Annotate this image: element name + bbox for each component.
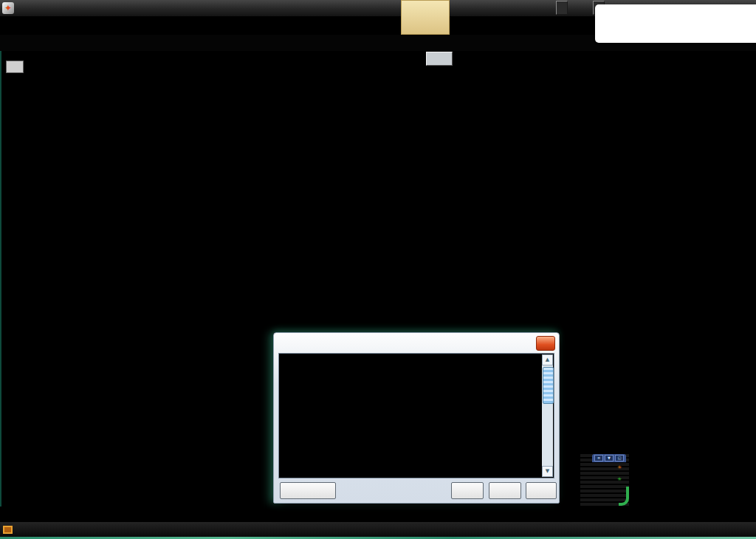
spinner-icon: ✳ <box>618 463 622 470</box>
dialog-scrollbar[interactable]: ▲ ▼ <box>542 354 553 477</box>
mini-down-icon[interactable]: ▼ <box>605 455 614 461</box>
flash-hand-button[interactable] <box>556 1 568 15</box>
dialog-close-icon[interactable] <box>536 336 555 351</box>
header-corner <box>743 51 756 81</box>
scroll-down-icon[interactable]: ▼ <box>542 466 553 477</box>
watermark-box <box>595 4 756 43</box>
header-group-day <box>252 51 506 66</box>
close-alert-button[interactable] <box>280 482 336 499</box>
header-group-5min <box>506 51 743 66</box>
operate-button[interactable] <box>451 482 484 499</box>
spinner-green-icon: ✳ <box>618 475 622 482</box>
header-chg[interactable] <box>137 51 175 81</box>
header-turnover[interactable] <box>213 51 252 81</box>
alert-list: ▲ ▼ <box>278 353 554 478</box>
header-code[interactable] <box>30 51 74 81</box>
mini-restore-icon[interactable]: ◱ <box>615 455 624 461</box>
scrollbar-thumb[interactable] <box>543 367 554 404</box>
stock-pool-dropdown[interactable] <box>401 0 450 35</box>
scroll-up-icon[interactable]: ▲ <box>542 354 553 365</box>
header-filter-cell <box>0 51 30 81</box>
alert-dialog: ▲ ▼ <box>273 332 560 504</box>
mini-widget-corner <box>619 487 629 506</box>
status-bar <box>0 522 756 537</box>
status-window-icon[interactable] <box>3 526 13 534</box>
app-icon: ✦ <box>2 2 14 14</box>
mini-value-1: ✳ <box>618 473 622 483</box>
app-window: ✦ ▲ ▼ <box>0 0 756 539</box>
mini-menu-icon[interactable]: ≡ <box>594 455 603 461</box>
header-price[interactable] <box>175 51 213 81</box>
header-name[interactable] <box>74 51 137 81</box>
left-border <box>0 51 1 507</box>
note-button[interactable] <box>426 52 453 66</box>
settings-button[interactable] <box>526 482 557 499</box>
table-header <box>0 51 756 81</box>
filter-dropdown-icon[interactable] <box>6 61 24 73</box>
mini-widget-header: ≡ ▼ ◱ <box>592 454 626 462</box>
mini-alert-widget[interactable]: ≡ ▼ ◱ ✳ ✳ <box>580 454 629 506</box>
analyze-button[interactable] <box>489 482 521 499</box>
market-tab-bar <box>0 507 756 522</box>
